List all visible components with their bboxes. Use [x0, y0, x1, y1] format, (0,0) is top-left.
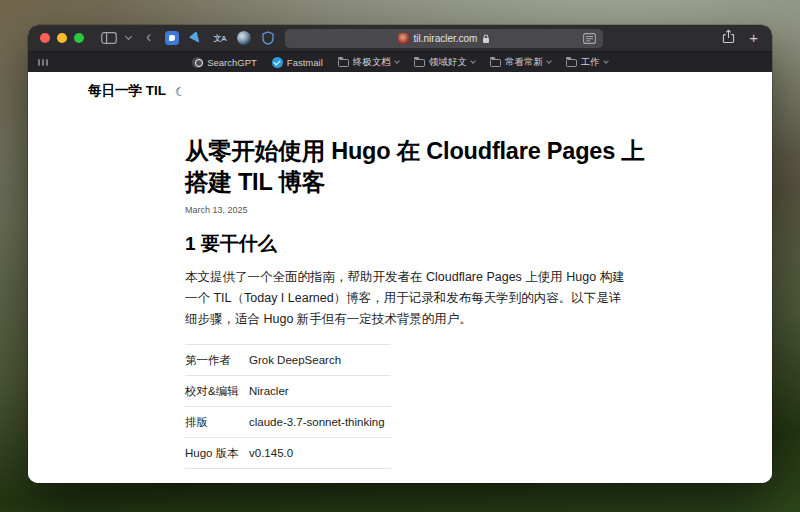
desktop-background: ‹ 文A til.niracler.com +	[0, 0, 800, 512]
article-title: 从零开始使用 Hugo 在 Cloudflare Pages 上搭建 TIL 博…	[185, 136, 647, 198]
safari-window: ‹ 文A til.niracler.com +	[28, 25, 772, 483]
bookmark-searchgpt[interactable]: SearchGPT	[192, 57, 257, 68]
chevron-down-icon	[603, 58, 609, 64]
bookmark-folder-docs[interactable]: 终极文档	[338, 56, 399, 69]
favorites-items: SearchGPT Fastmail 终极文档 领域好文	[28, 56, 772, 69]
article-date: March 13, 2025	[185, 205, 627, 215]
chevron-down-icon	[394, 58, 400, 64]
table-row: 排版 claude-3.7-sonnet-thinking	[185, 406, 391, 437]
web-page: 每日一学 TIL ☾ 从零开始使用 Hugo 在 Cloudflare Page…	[28, 72, 772, 483]
metadata-table: 第一作者 Grok DeepSearch 校对&编辑 Niracler 排版 c…	[185, 344, 391, 469]
table-row: 校对&编辑 Niracler	[185, 375, 391, 406]
site-header: 每日一学 TIL ☾	[88, 82, 186, 100]
folder-icon	[338, 59, 349, 67]
new-tab-button[interactable]: +	[749, 30, 758, 45]
back-button[interactable]: ‹	[146, 29, 151, 45]
subsection-heading: 1.1 Prompt（此处应折叠）	[185, 482, 627, 483]
share-icon[interactable]	[722, 29, 735, 48]
favorites-bar: SearchGPT Fastmail 终极文档 领域好文	[28, 52, 772, 72]
chevron-down-icon	[546, 58, 552, 64]
toolbar-right-group: +	[722, 29, 760, 48]
table-row: 第一作者 Grok DeepSearch	[185, 344, 391, 375]
extension-shield-icon[interactable]	[260, 31, 275, 46]
section-heading: 1 要干什么	[185, 231, 627, 257]
extension-globe-icon[interactable]	[236, 31, 251, 46]
bookmark-folder-evergreen[interactable]: 常看常新	[490, 56, 551, 69]
reader-view-icon[interactable]	[583, 33, 596, 46]
fastmail-icon	[272, 57, 283, 68]
tab-group-chevron-icon[interactable]	[125, 33, 132, 40]
extension-pin-icon[interactable]	[188, 31, 203, 46]
lock-icon	[482, 34, 490, 44]
extension-translate-icon[interactable]: 文A	[212, 31, 227, 46]
address-bar[interactable]: til.niracler.com	[285, 29, 603, 48]
address-url: til.niracler.com	[414, 33, 478, 44]
browser-toolbar: ‹ 文A til.niracler.com +	[28, 25, 772, 52]
table-row: Hugo 版本 v0.145.0	[185, 437, 391, 469]
folder-icon	[414, 59, 425, 67]
window-controls	[40, 33, 84, 43]
chevron-down-icon	[470, 58, 476, 64]
sidebar-toggle-icon[interactable]	[101, 32, 117, 44]
bookmark-folder-articles[interactable]: 领域好文	[414, 56, 475, 69]
folder-icon	[490, 59, 501, 67]
searchgpt-icon	[192, 57, 203, 68]
folder-icon	[566, 59, 577, 67]
site-favicon	[398, 33, 409, 44]
close-button[interactable]	[40, 33, 50, 43]
bookmark-folder-work[interactable]: 工作	[566, 56, 608, 69]
extension-bookmark-icon[interactable]	[164, 31, 179, 46]
article: 从零开始使用 Hugo 在 Cloudflare Pages 上搭建 TIL 博…	[185, 72, 627, 483]
bookmark-fastmail[interactable]: Fastmail	[272, 57, 323, 68]
site-title-link[interactable]: 每日一学 TIL	[88, 82, 166, 100]
minimize-button[interactable]	[57, 33, 67, 43]
zoom-button[interactable]	[74, 33, 84, 43]
intro-paragraph: 本文提供了一个全面的指南，帮助开发者在 Cloudflare Pages 上使用…	[185, 267, 627, 330]
